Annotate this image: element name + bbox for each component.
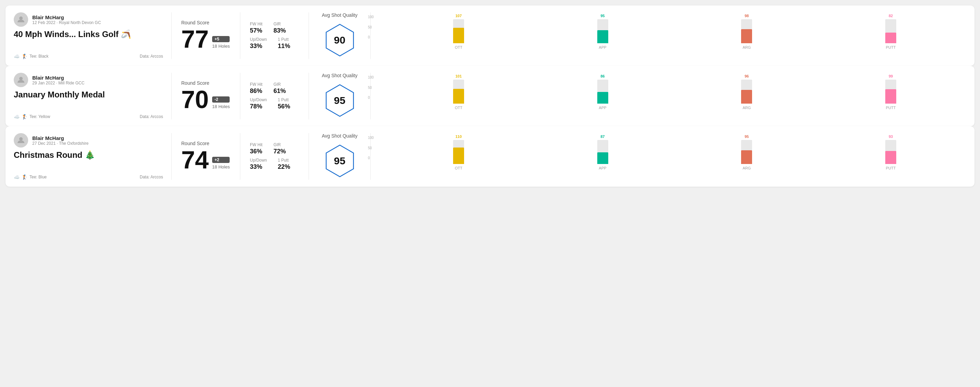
tee-label: Tee: Yellow	[30, 114, 50, 119]
bar-colored	[453, 148, 464, 164]
hexagon-container: 95	[323, 142, 357, 180]
stats-row-1: FW Hit 36% GIR 72%	[250, 143, 299, 155]
bar-bottom-label: APP	[599, 45, 606, 49]
score-badge: -2	[212, 97, 230, 103]
bar-wrapper	[678, 140, 816, 164]
score-holes: 18 Holes	[212, 44, 230, 49]
stat-value: 22%	[278, 163, 290, 171]
svg-point-0	[19, 16, 23, 20]
bar-bg	[597, 19, 608, 43]
stat-label: FW Hit	[250, 22, 262, 26]
bar-wrapper	[390, 19, 527, 43]
stat-value: 33%	[250, 43, 267, 50]
bar-bottom-label: OTT	[455, 106, 462, 110]
score-badge: +2	[212, 157, 230, 163]
bar-bottom-label: ARG	[743, 45, 751, 49]
chart-container: 100500101OTT86APP96ARG99PUTT	[379, 76, 959, 117]
bar-wrapper	[534, 19, 671, 43]
stat-value: 83%	[274, 27, 286, 34]
stat-label: GIR	[274, 82, 286, 87]
score-number: 74	[181, 148, 209, 172]
user-row: Blair McHarg 27 Dec 2021 · The Oxfordshi…	[14, 133, 163, 148]
stat-value: 33%	[250, 163, 267, 171]
stat-item: Up/Down 33%	[250, 158, 267, 171]
stats-section: FW Hit 36% GIR 72% Up/Down 33% 1 Putt 22…	[240, 133, 309, 180]
bar-bottom-label: APP	[599, 166, 606, 170]
bar-top-label: 95	[745, 135, 749, 139]
stat-value: 78%	[250, 103, 267, 110]
tee-label: Tee: Black	[30, 54, 48, 59]
user-info: Blair McHarg 29 Jan 2022 · Mill Ride GCC	[32, 75, 84, 86]
bar-bg	[741, 140, 752, 164]
stats-row-1: FW Hit 86% GIR 61%	[250, 82, 299, 95]
stat-value: 56%	[278, 103, 290, 110]
bag-icon: 🏌️	[22, 54, 27, 59]
y-label: 50	[368, 146, 374, 150]
bar-top-label: 99	[889, 74, 893, 78]
y-label: 50	[368, 25, 374, 29]
score-label: Round Score	[181, 141, 230, 146]
bar-colored	[741, 150, 752, 164]
stat-item: GIR 72%	[274, 143, 286, 155]
bar-bg	[741, 19, 752, 43]
card-left-section: Blair McHarg 12 Feb 2022 · Royal North D…	[14, 12, 172, 59]
y-label: 0	[368, 156, 374, 160]
user-name: Blair McHarg	[32, 14, 101, 20]
round-title: January Monthly Medal	[14, 90, 163, 100]
user-avatar-icon	[17, 76, 25, 84]
bar-bg	[597, 79, 608, 104]
bar-group-arg: 96ARG	[678, 74, 816, 110]
stat-item: GIR 83%	[274, 22, 286, 34]
bag-icon: 🏌️	[22, 114, 27, 119]
round-title: 40 Mph Winds... Links Golf 🪃	[14, 30, 163, 39]
stats-row-2: Up/Down 78% 1 Putt 56%	[250, 97, 299, 110]
score-badge-col: -2 18 Holes	[212, 97, 230, 112]
score-main: 77 +5 18 Holes	[181, 27, 230, 51]
quality-section: Avg Shot Quality 95	[309, 73, 371, 119]
quality-label: Avg Shot Quality	[321, 133, 357, 139]
chart-container: 100500110OTT87APP95ARG93PUTT	[379, 136, 959, 177]
weather-icon: ☁️	[14, 174, 19, 180]
bar-top-label: 93	[889, 135, 893, 139]
bar-group-putt: 93PUTT	[822, 135, 959, 170]
y-label: 0	[368, 96, 374, 100]
round-card-1: Blair McHarg 12 Feb 2022 · Royal North D…	[5, 5, 975, 66]
user-name: Blair McHarg	[32, 75, 84, 81]
bar-colored	[885, 89, 896, 104]
avatar	[14, 12, 28, 27]
bar-top-label: 110	[455, 135, 462, 139]
stat-item: 1 Putt 56%	[278, 97, 290, 110]
score-label: Round Score	[181, 20, 230, 25]
chart-y-labels: 100500	[368, 15, 374, 39]
user-avatar-icon	[17, 136, 25, 144]
bag-icon: 🏌️	[22, 174, 27, 180]
score-label: Round Score	[181, 80, 230, 86]
user-meta: 12 Feb 2022 · Royal North Devon GC	[32, 20, 101, 25]
stats-row-2: Up/Down 33% 1 Putt 22%	[250, 158, 299, 171]
stat-value: 11%	[278, 43, 290, 50]
user-meta: 27 Dec 2021 · The Oxfordshire	[32, 141, 89, 146]
stat-value: 72%	[274, 148, 286, 155]
bar-colored	[597, 30, 608, 44]
bar-top-label: 98	[745, 14, 749, 18]
weather-icon: ☁️	[14, 54, 19, 59]
stat-item: FW Hit 36%	[250, 143, 262, 155]
bar-colored	[885, 33, 896, 44]
avatar	[14, 73, 28, 87]
score-badge-col: +5 18 Holes	[212, 36, 230, 51]
stat-item: 1 Putt 22%	[278, 158, 290, 171]
user-row: Blair McHarg 12 Feb 2022 · Royal North D…	[14, 12, 163, 27]
stat-item: FW Hit 57%	[250, 22, 262, 34]
bar-bg	[453, 140, 464, 164]
card-left-section: Blair McHarg 27 Dec 2021 · The Oxfordshi…	[14, 133, 172, 180]
y-label: 0	[368, 35, 374, 39]
bar-bottom-label: PUTT	[886, 106, 896, 110]
user-meta: 29 Jan 2022 · Mill Ride GCC	[32, 81, 84, 86]
quality-score: 90	[334, 34, 345, 46]
user-info: Blair McHarg 12 Feb 2022 · Royal North D…	[32, 14, 101, 25]
chart-container: 100500107OTT95APP98ARG82PUTT	[379, 15, 959, 56]
y-label: 100	[368, 136, 374, 140]
score-section: Round Score 70 -2 18 Holes	[172, 73, 240, 119]
quality-score: 95	[334, 155, 345, 167]
tee-info: ☁️ 🏌️ Tee: Blue	[14, 174, 47, 180]
